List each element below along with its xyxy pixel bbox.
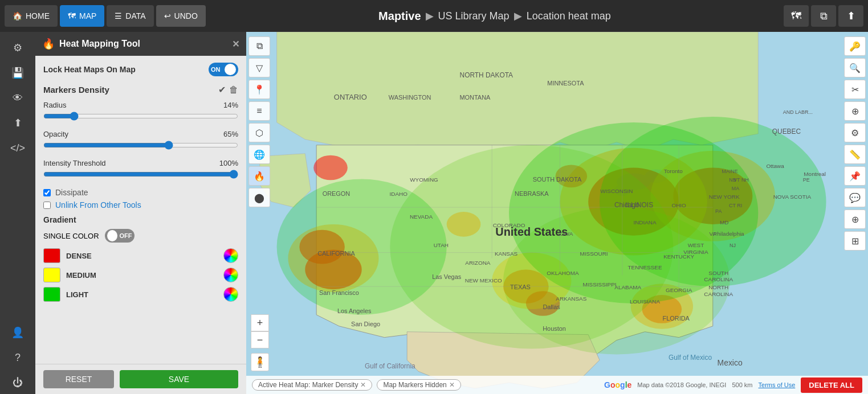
zoom-in-btn[interactable]: + bbox=[251, 314, 269, 331]
tag1-close[interactable]: ✕ bbox=[360, 381, 366, 389]
home-button[interactable]: 🏠 HOME bbox=[5, 5, 58, 27]
map-area[interactable]: United States ONTARIO NORTH DAKOTA MINNE… bbox=[246, 32, 868, 394]
scale-label: 500 km bbox=[732, 381, 752, 388]
unlink-row[interactable]: Unlink From Other Tools bbox=[43, 200, 238, 210]
intensity-label: Intensity Threshold bbox=[43, 159, 106, 167]
pin2-btn[interactable]: 📌 bbox=[844, 166, 866, 186]
svg-text:TEXAS: TEXAS bbox=[510, 284, 531, 290]
svg-text:MISSOURI: MISSOURI bbox=[580, 251, 608, 257]
map-view-button[interactable]: 🗺 bbox=[784, 5, 809, 27]
intensity-slider[interactable] bbox=[43, 170, 238, 179]
fire-tool-btn[interactable]: 🔥 bbox=[248, 166, 270, 186]
svg-text:UTAH: UTAH bbox=[434, 242, 449, 248]
target-btn[interactable]: ⊕ bbox=[844, 101, 866, 121]
sidebar-settings[interactable]: ⚙ bbox=[5, 36, 31, 59]
shape-tool-btn[interactable]: ⬡ bbox=[248, 123, 270, 142]
pin-tool-btn[interactable]: 📍 bbox=[248, 80, 270, 99]
layers-tool-btn[interactable]: ≡ bbox=[248, 101, 270, 121]
search-btn[interactable]: 🔍 bbox=[844, 58, 866, 77]
pegman[interactable]: 🧍 bbox=[251, 353, 269, 371]
sidebar-view[interactable]: 👁 bbox=[5, 87, 31, 109]
tool-body: Lock Heat Maps On Map ON Markers Density… bbox=[35, 56, 246, 364]
svg-text:NEW MEXICO: NEW MEXICO bbox=[465, 277, 502, 284]
single-color-toggle[interactable]: OFF bbox=[105, 229, 135, 243]
svg-text:MD: MD bbox=[720, 219, 728, 225]
svg-text:ARKANSAS: ARKANSAS bbox=[556, 296, 586, 302]
data-button[interactable]: ☰ DATA bbox=[107, 5, 153, 27]
sidebar-code[interactable]: </> bbox=[5, 137, 31, 159]
key-btn[interactable]: 🔑 bbox=[844, 36, 866, 56]
lock-label: Lock Heat Maps On Map bbox=[43, 65, 136, 74]
sidebar-info[interactable]: ? bbox=[5, 346, 31, 369]
dots-tool-btn[interactable]: ⬤ bbox=[248, 188, 270, 207]
grid-btn[interactable]: ⊞ bbox=[844, 231, 866, 251]
map-svg: United States ONTARIO NORTH DAKOTA MINNE… bbox=[246, 32, 868, 394]
dense-swatch[interactable] bbox=[43, 248, 60, 263]
trash-icon-btn[interactable]: 🗑 bbox=[229, 84, 238, 95]
svg-text:FLORIDA: FLORIDA bbox=[663, 315, 690, 322]
opacity-slider[interactable] bbox=[43, 141, 238, 150]
settings-map-btn[interactable]: ⚙ bbox=[844, 123, 866, 142]
speech-btn[interactable]: 💬 bbox=[844, 188, 866, 207]
toggle-on-label: ON bbox=[211, 66, 221, 73]
delete-all-button[interactable]: DELETE ALL bbox=[801, 377, 862, 393]
sidebar-user[interactable]: 👤 bbox=[5, 321, 31, 344]
svg-text:OREGON: OREGON bbox=[323, 190, 351, 197]
sidebar-save[interactable]: 💾 bbox=[5, 61, 31, 84]
dissipate-checkbox[interactable] bbox=[43, 189, 51, 196]
sidebar-export[interactable]: ⬆ bbox=[5, 112, 31, 134]
svg-text:CAROLINA: CAROLINA bbox=[704, 276, 733, 282]
svg-text:QUEBEC: QUEBEC bbox=[772, 128, 801, 136]
map-data-label: Map data ©2018 Google, INEGI bbox=[637, 381, 726, 388]
save-button[interactable]: SAVE bbox=[120, 370, 238, 388]
intensity-slider-group: Intensity Threshold 100% bbox=[43, 159, 238, 181]
scissors-btn[interactable]: ✂ bbox=[844, 80, 866, 99]
svg-text:Ottawa: Ottawa bbox=[766, 163, 784, 169]
tool-header: 🔥 Heat Mapping Tool ✕ bbox=[35, 32, 246, 56]
dense-color-wheel[interactable] bbox=[223, 248, 238, 263]
svg-text:Toronto: Toronto bbox=[664, 168, 683, 174]
unlink-checkbox[interactable] bbox=[43, 202, 51, 209]
svg-text:ARIZONA: ARIZONA bbox=[465, 260, 490, 266]
svg-text:MAINE: MAINE bbox=[722, 169, 737, 174]
ruler-btn[interactable]: 📏 bbox=[844, 145, 866, 164]
svg-text:NORTH DAKOTA: NORTH DAKOTA bbox=[460, 71, 514, 79]
tool-title: Heat Mapping Tool bbox=[59, 39, 140, 49]
reset-button[interactable]: RESET bbox=[43, 370, 114, 388]
single-color-knob bbox=[107, 230, 117, 241]
zoom-out-btn[interactable]: − bbox=[251, 331, 269, 348]
svg-text:Gulf of Mexico: Gulf of Mexico bbox=[669, 354, 712, 362]
tag2-close[interactable]: ✕ bbox=[449, 381, 455, 389]
undo-label: UNDO bbox=[174, 11, 198, 20]
breadcrumb: Maptive ▶ US Library Map ▶ Location heat… bbox=[208, 10, 781, 23]
plus-pin-btn[interactable]: ⊕ bbox=[844, 210, 866, 229]
close-button[interactable]: ✕ bbox=[232, 39, 239, 50]
light-color-wheel[interactable] bbox=[223, 287, 238, 302]
opacity-slider-group: Opacity 65% bbox=[43, 130, 238, 152]
intensity-value: 100% bbox=[219, 159, 238, 167]
radius-slider[interactable] bbox=[43, 112, 238, 121]
gradient-header: Gradient bbox=[43, 215, 238, 224]
layers-button[interactable]: ⧉ bbox=[811, 5, 836, 27]
lock-toggle[interactable]: ON bbox=[209, 63, 238, 76]
active-tag1-label: Active Heat Map: Marker Density bbox=[258, 381, 358, 389]
sidebar-power[interactable]: ⏻ bbox=[5, 371, 31, 394]
copy-tool-btn[interactable]: ⧉ bbox=[248, 36, 270, 56]
terms-link[interactable]: Terms of Use bbox=[759, 381, 796, 388]
svg-text:NJ: NJ bbox=[730, 243, 736, 248]
medium-swatch[interactable] bbox=[43, 268, 60, 282]
svg-text:MISSISSIPPI: MISSISSIPPI bbox=[583, 281, 617, 288]
svg-text:Chicago: Chicago bbox=[614, 201, 639, 209]
svg-text:MA: MA bbox=[732, 186, 739, 191]
map-label: MAP bbox=[79, 11, 96, 20]
medium-color-wheel[interactable] bbox=[223, 268, 238, 282]
check-icon-btn[interactable]: ✔ bbox=[218, 84, 226, 95]
filter-tool-btn[interactable]: ▽ bbox=[248, 58, 270, 77]
undo-button[interactable]: ↩ UNDO bbox=[156, 5, 206, 27]
svg-text:NEVADA: NEVADA bbox=[410, 214, 433, 220]
map-button[interactable]: 🗺 MAP bbox=[60, 5, 104, 27]
map-bottom-bar: Active Heat Map: Marker Density ✕ Map Ma… bbox=[246, 376, 868, 394]
light-swatch[interactable] bbox=[43, 287, 60, 302]
share-button[interactable]: ⬆ bbox=[838, 5, 863, 27]
globe-tool-btn[interactable]: 🌐 bbox=[248, 145, 270, 164]
